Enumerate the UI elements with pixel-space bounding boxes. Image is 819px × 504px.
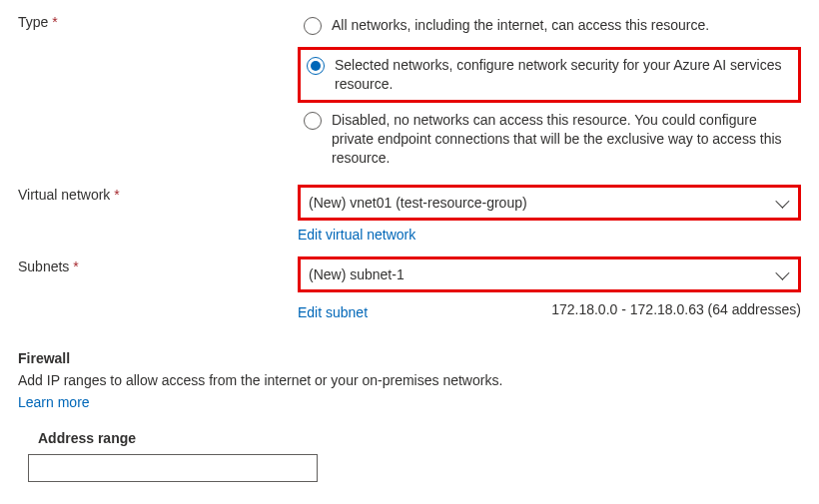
firewall-heading: Firewall [18,350,801,366]
radio-selected-text: Selected networks, configure network sec… [335,56,792,94]
radio-option-disabled[interactable]: Disabled, no networks can access this re… [298,107,801,172]
subnets-label: Subnets [18,258,79,274]
subnet-range: 172.18.0.0 - 172.18.0.63 (64 addresses) [551,301,801,317]
vnet-dropdown[interactable]: (New) vnet01 (test-resource-group) [301,188,798,218]
address-range-input[interactable] [28,454,318,482]
radio-option-selected[interactable]: Selected networks, configure network sec… [298,47,801,103]
edit-vnet-link[interactable]: Edit virtual network [298,227,415,243]
address-range-label: Address range [38,430,801,446]
chevron-down-icon [775,266,789,280]
radio-selected[interactable] [307,57,325,75]
subnets-value: (New) subnet-1 [309,266,405,282]
radio-all-text: All networks, including the internet, ca… [332,16,709,35]
radio-disabled[interactable] [304,112,322,130]
radio-disabled-text: Disabled, no networks can access this re… [332,111,795,168]
vnet-label: Virtual network [18,187,120,203]
firewall-desc: Add IP ranges to allow access from the i… [18,372,801,388]
vnet-value: (New) vnet01 (test-resource-group) [309,195,527,211]
type-label: Type [18,14,58,30]
firewall-learn-more[interactable]: Learn more [18,394,90,410]
radio-option-all[interactable]: All networks, including the internet, ca… [298,12,801,39]
subnets-dropdown[interactable]: (New) subnet-1 [301,259,798,289]
radio-all[interactable] [304,17,322,35]
chevron-down-icon [775,195,789,209]
edit-subnet-link[interactable]: Edit subnet [298,304,368,320]
